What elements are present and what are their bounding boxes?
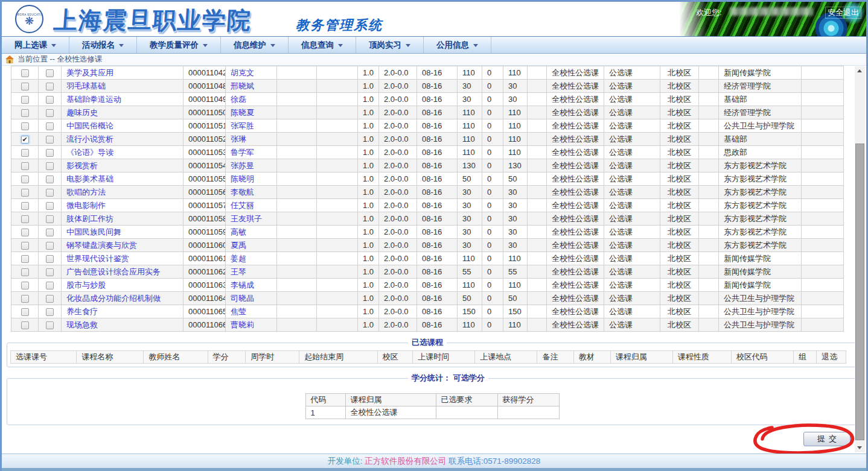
menu-item[interactable]: 公用信息 <box>424 37 491 53</box>
teacher-name-link[interactable]: 李敬航 <box>231 188 254 197</box>
teacher-name-link[interactable]: 鲁学军 <box>231 148 254 157</box>
teacher-name-link[interactable]: 司晓晶 <box>231 294 254 303</box>
teacher-name-link[interactable]: 曹晓莉 <box>231 320 254 329</box>
textbook-checkbox[interactable] <box>46 268 54 276</box>
select-checkbox[interactable] <box>21 268 29 276</box>
textbook-checkbox[interactable] <box>46 162 54 170</box>
scroll-thumb[interactable] <box>855 144 864 440</box>
textbook-checkbox[interactable] <box>46 308 54 316</box>
course-name-link[interactable]: 中国民族民间舞 <box>66 227 121 236</box>
textbook-checkbox[interactable] <box>46 189 54 197</box>
course-name-link[interactable]: 微电影制作 <box>66 201 106 210</box>
textbook-checkbox[interactable] <box>46 282 54 289</box>
teacher-name-link[interactable]: 陈晓夏 <box>231 108 254 117</box>
teacher-name-link[interactable]: 焦莹 <box>231 307 246 316</box>
menu-item[interactable]: 网上选课 <box>2 37 69 53</box>
select-checkbox[interactable] <box>21 255 29 263</box>
menu-item[interactable]: 教学质量评价 <box>137 37 221 53</box>
teacher-name-link[interactable]: 姜超 <box>231 254 246 263</box>
select-checkbox[interactable] <box>21 202 29 210</box>
select-checkbox[interactable] <box>21 215 29 223</box>
teacher-name-link[interactable]: 任艾丽 <box>231 201 254 210</box>
remaining-cell: 30 <box>503 199 528 212</box>
course-name-link[interactable]: 基础跆拳道运动 <box>66 95 121 104</box>
select-checkbox[interactable] <box>21 122 29 130</box>
select-checkbox[interactable] <box>21 83 29 90</box>
select-checkbox[interactable] <box>21 308 29 316</box>
course-name-link[interactable]: 世界现代设计鉴赏 <box>66 254 129 263</box>
teacher-name-link[interactable]: 张苏昱 <box>231 161 254 170</box>
course-name-link[interactable]: 歌唱的方法 <box>66 188 106 197</box>
course-name-link[interactable]: 肢体剧工作坊 <box>66 214 113 223</box>
select-checkbox[interactable] <box>21 96 29 104</box>
textbook-checkbox[interactable] <box>46 69 54 77</box>
course-name-link[interactable]: 电影美术基础 <box>66 174 113 183</box>
select-checkbox[interactable] <box>21 69 29 77</box>
textbook-checkbox[interactable] <box>46 242 54 250</box>
course-name-link[interactable]: 现场急救 <box>66 320 98 329</box>
course-name-link[interactable]: 化妆品成分功能介绍机制做 <box>66 294 161 303</box>
course-name-link[interactable]: 羽毛球基础 <box>66 81 106 90</box>
teacher-name-link[interactable]: 李锡成 <box>231 280 254 289</box>
textbook-checkbox[interactable] <box>46 83 54 90</box>
teacher-name-link[interactable]: 邢晓斌 <box>231 81 254 90</box>
select-checkbox[interactable] <box>21 242 29 250</box>
menu-item[interactable]: 信息维护 <box>221 37 289 53</box>
teacher-name-link[interactable]: 徐磊 <box>231 95 246 104</box>
scroll-up-button[interactable] <box>855 66 865 76</box>
textbook-checkbox[interactable] <box>46 122 54 130</box>
course-name-link[interactable]: 《论语》导读 <box>66 148 113 157</box>
course-name-link[interactable]: 趣味历史 <box>66 108 98 117</box>
select-checkbox[interactable] <box>21 282 29 289</box>
textbook-checkbox[interactable] <box>46 109 54 117</box>
select-checkbox[interactable] <box>21 175 29 183</box>
course-name-link[interactable]: 广告创意设计综合应用实务 <box>66 267 161 276</box>
empty-cell <box>802 239 844 252</box>
teacher-name-link[interactable]: 王琴 <box>231 267 246 276</box>
submit-button[interactable]: 提交 <box>803 432 850 446</box>
empty-cell <box>528 66 547 80</box>
logout-link[interactable]: 安全退出 <box>825 7 861 19</box>
textbook-checkbox[interactable] <box>46 321 54 329</box>
course-name-link[interactable]: 中国民俗概论 <box>66 121 113 130</box>
enrolled-cell: 0 <box>482 186 503 199</box>
class-place-cell <box>317 239 358 252</box>
textbook-checkbox[interactable] <box>46 255 54 263</box>
teacher-name-link[interactable]: 夏禹 <box>231 241 246 250</box>
course-name-link[interactable]: 股市与炒股 <box>66 280 106 289</box>
select-checkbox[interactable] <box>21 295 29 303</box>
textbook-checkbox[interactable] <box>46 229 54 236</box>
select-checkbox[interactable] <box>21 109 29 117</box>
select-checkbox[interactable] <box>21 229 29 236</box>
teacher-name-link[interactable]: 高敏 <box>231 227 246 236</box>
menu-item[interactable]: 活动报名 <box>69 37 137 53</box>
select-checkbox[interactable] <box>21 136 29 144</box>
select-checkbox[interactable] <box>21 321 29 329</box>
textbook-checkbox[interactable] <box>46 215 54 223</box>
scroll-down-button[interactable] <box>855 443 865 452</box>
textbook-checkbox[interactable] <box>46 149 54 157</box>
teacher-name-link[interactable]: 张军胜 <box>231 121 254 130</box>
enrolled-cell: 0 <box>482 239 503 252</box>
course-name-link[interactable]: 养生食疗 <box>66 307 98 316</box>
course-name-link[interactable]: 影视赏析 <box>66 161 98 170</box>
course-name-link[interactable]: 流行小说赏析 <box>66 134 113 144</box>
select-checkbox[interactable] <box>21 162 29 170</box>
textbook-checkbox[interactable] <box>46 136 54 144</box>
teacher-name-link[interactable]: 王友琪子 <box>231 214 262 223</box>
course-name-link[interactable]: 美学及其应用 <box>66 68 113 77</box>
textbook-checkbox[interactable] <box>46 295 54 303</box>
menu-item[interactable]: 顶岗实习 <box>356 37 424 53</box>
select-checkbox[interactable] <box>21 189 29 197</box>
menu-item[interactable]: 信息查询 <box>289 37 356 53</box>
textbook-checkbox[interactable] <box>46 96 54 104</box>
teacher-name-link[interactable]: 胡克文 <box>231 68 254 77</box>
textbook-checkbox[interactable] <box>46 175 54 183</box>
teacher-name-link[interactable]: 陈晓明 <box>231 174 254 183</box>
vertical-scrollbar[interactable] <box>855 66 865 452</box>
select-checkbox[interactable] <box>21 149 29 157</box>
remaining-cell: 130 <box>503 159 528 172</box>
course-name-link[interactable]: 钢琴键盘演奏与欣赏 <box>66 241 137 250</box>
textbook-checkbox[interactable] <box>46 202 54 210</box>
teacher-name-link[interactable]: 张琳 <box>231 134 246 144</box>
